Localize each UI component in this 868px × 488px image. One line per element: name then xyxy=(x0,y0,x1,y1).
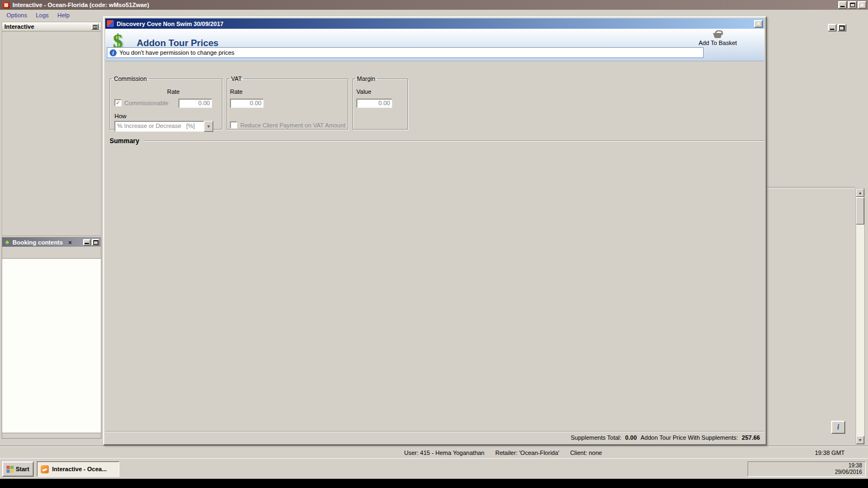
start-label: Start xyxy=(16,466,29,472)
task-label: Interactive - Ocea... xyxy=(52,466,107,472)
booking-contents-totals xyxy=(2,433,101,438)
reduce-vat-label: Reduce Client Payment on VAT Amount xyxy=(240,122,346,129)
vat-group: VAT Rate 0.00 Reduce Client Payment on V… xyxy=(227,75,348,130)
statusbar: User: 415 - Hema Yoganathan Retailer: 'O… xyxy=(0,446,868,458)
status-retailer: Retailer: 'Ocean-Florida' xyxy=(495,450,559,456)
menu-item-help[interactable]: Help xyxy=(53,11,74,20)
summary-title: Summary xyxy=(110,137,139,145)
value-label: Value xyxy=(356,88,371,95)
panel-maximize-button[interactable] xyxy=(92,239,99,246)
commissionable-label: Commissionable xyxy=(124,100,168,106)
status-client: Client: none xyxy=(570,450,602,456)
dialog-header-band: $ Addon Tour Prices Add To Basket i You … xyxy=(105,29,764,61)
status-user: User: 415 - Hema Yoganathan xyxy=(404,450,484,456)
supplements-total-label: Supplements Total: xyxy=(571,434,621,441)
windows-logo-icon xyxy=(7,466,14,473)
permission-notice: i You don't have permission to change pr… xyxy=(107,47,704,58)
restore-icon xyxy=(839,25,845,30)
commission-group: Commission Rate ✓ Commissionable 0.00 Ho… xyxy=(110,75,222,130)
screen: Interactive - Ocean-Florida (code: wMso5… xyxy=(0,0,868,488)
system-tray: 19:38 29/06/2016 xyxy=(748,461,866,477)
minimize-button[interactable] xyxy=(838,1,847,9)
menu-item-options[interactable]: Options xyxy=(2,11,31,20)
dialog-caption-buttons: × xyxy=(754,20,763,28)
booking-contents-toolbar xyxy=(2,247,101,259)
add-to-basket-label: Add To Basket xyxy=(699,40,737,46)
how-label: How xyxy=(114,113,126,119)
panel-close-button[interactable]: × xyxy=(68,239,72,246)
vat-legend: VAT xyxy=(229,75,244,82)
sidebar-tree xyxy=(2,31,101,35)
addon-tour-prices-dialog: Discovery Cove Non Swim 30/09/2017 × $ A… xyxy=(103,16,767,445)
start-button[interactable]: Start xyxy=(2,461,34,477)
dialog-titlebar: Discovery Cove Non Swim 30/09/2017 × xyxy=(105,18,764,29)
dialog-tabbar: Supplements Total: 0.00 Addon Tour Price… xyxy=(105,431,764,443)
tray-clock[interactable]: 19:38 29/06/2016 xyxy=(835,463,862,476)
price-with-supplements-value: 257.66 xyxy=(742,434,760,441)
vat-rate-field[interactable]: 0.00 xyxy=(230,99,264,108)
panel-minimize-button[interactable] xyxy=(83,239,91,246)
tray-time: 19:38 xyxy=(848,463,862,468)
status-text: User: 415 - Hema Yoganathan Retailer: 'O… xyxy=(404,450,602,456)
margin-value-field[interactable]: 0.00 xyxy=(356,99,392,108)
close-button[interactable]: × xyxy=(858,1,866,9)
summary-section: Summary xyxy=(110,137,764,145)
sidebar-header: Interactive ◫ xyxy=(2,22,101,31)
dialog-title: Discovery Cove Non Swim 30/09/2017 xyxy=(117,21,224,27)
collapse-panel-button[interactable]: ◫ xyxy=(91,23,99,30)
scroll-up-button[interactable]: ▲ xyxy=(856,189,864,197)
booking-contents-title: Booking contents xyxy=(12,239,63,246)
app-icon xyxy=(3,2,10,9)
booking-contents-list xyxy=(2,259,101,433)
dialog-content: Commission Rate ✓ Commissionable 0.00 Ho… xyxy=(105,61,764,431)
rate-label: Rate xyxy=(230,88,242,95)
booking-contents-header: ♣ Booking contents × xyxy=(2,237,101,247)
rate-label: Rate xyxy=(167,88,180,95)
maximize-icon xyxy=(850,3,855,7)
app-title: Interactive - Ocean-Florida (code: wMso5… xyxy=(12,2,149,8)
chevron-down-icon[interactable]: ▼ xyxy=(204,121,213,132)
info-icon: i xyxy=(110,49,117,56)
caption-buttons: × xyxy=(838,1,866,9)
commission-how-dropdown[interactable]: % Increase or Decrease [%] ▼ xyxy=(114,121,213,132)
taskbar-task-button[interactable]: Interactive - Ocea... xyxy=(37,461,119,477)
commission-rate-field[interactable]: 0.00 xyxy=(178,99,212,108)
maximize-icon xyxy=(93,240,98,245)
supplements-total-value: 0.00 xyxy=(625,434,636,441)
close-icon: × xyxy=(757,21,760,27)
minimize-icon xyxy=(85,243,89,244)
reduce-vat-checkbox[interactable] xyxy=(230,121,237,129)
commissionable-checkbox[interactable]: ✓ xyxy=(114,99,122,106)
tray-date: 29/06/2016 xyxy=(835,469,862,475)
commission-how-value: % Increase or Decrease [%] xyxy=(114,121,204,132)
margin-legend: Margin xyxy=(355,75,377,82)
dialog-close-button[interactable]: × xyxy=(754,20,763,28)
dialog-footer: Supplements Total: 0.00 Addon Tour Price… xyxy=(571,434,760,441)
sidebar-title: Interactive xyxy=(4,23,34,30)
status-time: 19:38 GMT xyxy=(815,450,845,456)
maximize-button[interactable] xyxy=(848,1,857,9)
vertical-scrollbar[interactable]: ▲ ▼ xyxy=(856,188,865,445)
minimize-icon xyxy=(830,29,834,30)
cart-icon xyxy=(712,29,723,39)
scroll-down-button[interactable]: ▼ xyxy=(856,436,864,444)
minimize-icon xyxy=(840,6,845,7)
info-button[interactable]: i xyxy=(831,421,845,434)
child-minimize-button[interactable] xyxy=(828,24,837,31)
sidebar-panel: Interactive ◫ xyxy=(2,22,101,236)
child-window-controls xyxy=(828,24,846,31)
child-restore-button[interactable] xyxy=(838,24,846,31)
scroll-thumb[interactable] xyxy=(856,197,864,224)
taskbar: Start Interactive - Ocea... 19:38 29/06/… xyxy=(0,458,868,479)
interactive-app-icon xyxy=(41,465,49,473)
divider xyxy=(144,140,764,142)
margin-group: Margin Value 0.00 xyxy=(353,75,408,130)
app-titlebar: Interactive - Ocean-Florida (code: wMso5… xyxy=(0,0,868,10)
add-to-basket-button[interactable]: Add To Basket xyxy=(697,30,738,46)
divider xyxy=(767,187,855,188)
palm-icon: ♣ xyxy=(4,238,10,246)
booking-contents-panel: ♣ Booking contents × xyxy=(2,237,101,439)
commission-legend: Commission xyxy=(112,75,149,82)
dialog-icon xyxy=(107,20,114,27)
menu-item-logs[interactable]: Logs xyxy=(31,11,53,20)
